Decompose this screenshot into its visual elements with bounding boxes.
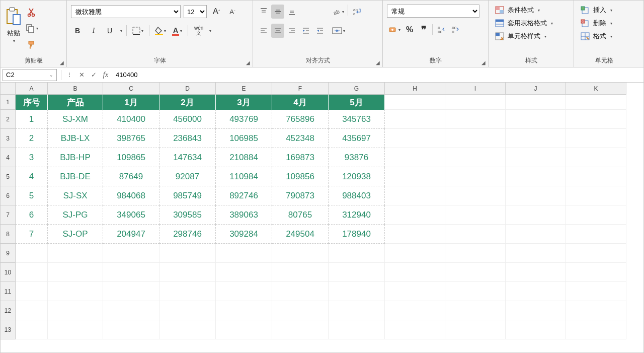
cell[interactable]: [445, 186, 506, 205]
cell[interactable]: [385, 110, 445, 129]
cell[interactable]: [48, 282, 103, 301]
cell[interactable]: [566, 301, 626, 320]
row-header[interactable]: 6: [1, 186, 16, 205]
table-cell[interactable]: 109865: [103, 148, 159, 167]
table-cell[interactable]: 93876: [329, 148, 385, 167]
column-header[interactable]: K: [566, 83, 626, 95]
row-header[interactable]: 9: [1, 244, 16, 263]
table-cell[interactable]: BJB-LX: [48, 129, 103, 148]
table-header-cell[interactable]: 2月: [159, 95, 216, 110]
table-cell[interactable]: 110984: [216, 167, 272, 186]
align-bottom-button[interactable]: [285, 5, 298, 19]
cell[interactable]: [445, 95, 506, 110]
cell[interactable]: [103, 282, 159, 301]
cell[interactable]: [103, 301, 159, 320]
align-launcher[interactable]: ◢: [374, 59, 381, 66]
delete-button[interactable]: 删除▾: [578, 18, 614, 29]
row-header[interactable]: 2: [1, 110, 16, 129]
formula-input[interactable]: [112, 69, 643, 81]
row-header[interactable]: 4: [1, 148, 16, 167]
cell[interactable]: [159, 301, 216, 320]
fb-more-button[interactable]: ⁝: [63, 69, 75, 81]
table-header-cell[interactable]: 3月: [216, 95, 272, 110]
cell[interactable]: [216, 244, 272, 263]
table-cell[interactable]: 985749: [159, 186, 216, 205]
cell[interactable]: [506, 95, 566, 110]
paste-button[interactable]: 粘贴 ▾: [5, 3, 23, 43]
cell[interactable]: [566, 244, 626, 263]
table-cell[interactable]: SJ-PG: [48, 205, 103, 225]
table-header-cell[interactable]: 1月: [103, 95, 159, 110]
table-cell[interactable]: SJ-XM: [48, 110, 103, 129]
table-cell[interactable]: 236843: [159, 129, 216, 148]
table-format-button[interactable]: 套用表格格式▾: [493, 18, 555, 29]
table-cell[interactable]: 309284: [216, 225, 272, 244]
cell[interactable]: [445, 263, 506, 282]
cell[interactable]: [48, 320, 103, 339]
table-cell[interactable]: 398765: [103, 129, 159, 148]
cell[interactable]: [566, 129, 626, 148]
table-cell[interactable]: 410400: [103, 110, 159, 129]
cell[interactable]: [566, 148, 626, 167]
cell[interactable]: [566, 186, 626, 205]
table-cell[interactable]: SJ-SX: [48, 186, 103, 205]
border-button[interactable]: ▾: [131, 24, 145, 38]
cell[interactable]: [445, 148, 506, 167]
cell[interactable]: [566, 263, 626, 282]
cell[interactable]: [566, 205, 626, 225]
table-cell[interactable]: 345763: [329, 110, 385, 129]
table-cell[interactable]: 988403: [329, 186, 385, 205]
table-cell[interactable]: 349065: [103, 205, 159, 225]
currency-button[interactable]: ▾: [387, 23, 402, 37]
cell[interactable]: [385, 186, 445, 205]
cell[interactable]: [506, 301, 566, 320]
cut-button[interactable]: [25, 6, 39, 19]
table-cell[interactable]: 312940: [329, 205, 385, 225]
copy-button[interactable]: ▾: [25, 22, 39, 35]
table-header-cell[interactable]: 序号: [16, 95, 48, 110]
table-cell[interactable]: 169873: [272, 148, 329, 167]
conditional-format-button[interactable]: 条件格式▾: [493, 5, 555, 16]
column-header[interactable]: C: [103, 83, 159, 95]
table-cell[interactable]: 456000: [159, 110, 216, 129]
cell[interactable]: [385, 95, 445, 110]
table-cell[interactable]: 5: [16, 186, 48, 205]
font-name-select[interactable]: 微软雅黑: [71, 5, 181, 18]
cell[interactable]: [385, 167, 445, 186]
table-cell[interactable]: 765896: [272, 110, 329, 129]
cell[interactable]: [272, 244, 329, 263]
cell[interactable]: [329, 244, 385, 263]
table-header-cell[interactable]: 4月: [272, 95, 329, 110]
cell[interactable]: [506, 148, 566, 167]
number-format-select[interactable]: 常规: [387, 5, 479, 18]
cell[interactable]: [506, 186, 566, 205]
column-header[interactable]: J: [506, 83, 566, 95]
cell[interactable]: [159, 263, 216, 282]
select-all-corner[interactable]: [1, 83, 16, 95]
table-cell[interactable]: 984068: [103, 186, 159, 205]
cell[interactable]: [566, 320, 626, 339]
cell[interactable]: [506, 320, 566, 339]
number-launcher[interactable]: ◢: [480, 59, 487, 66]
percent-button[interactable]: %: [403, 23, 416, 37]
cell[interactable]: [445, 129, 506, 148]
cell[interactable]: [103, 320, 159, 339]
table-cell[interactable]: 109856: [272, 167, 329, 186]
cell[interactable]: [216, 301, 272, 320]
table-cell[interactable]: 2: [16, 129, 48, 148]
insert-button[interactable]: 插入▾: [578, 5, 614, 16]
table-cell[interactable]: 147634: [159, 148, 216, 167]
phonetic-button[interactable]: wén文: [192, 24, 205, 38]
table-cell[interactable]: 1: [16, 110, 48, 129]
cell[interactable]: [48, 301, 103, 320]
merge-button[interactable]: ▾: [331, 24, 347, 38]
cell[interactable]: [103, 244, 159, 263]
table-cell[interactable]: 178940: [329, 225, 385, 244]
table-cell[interactable]: 435697: [329, 129, 385, 148]
align-left-button[interactable]: [257, 24, 270, 38]
cell[interactable]: [445, 225, 506, 244]
cell[interactable]: [329, 282, 385, 301]
font-color-button[interactable]: A▾: [171, 24, 184, 38]
cell-style-button[interactable]: 单元格样式▾: [493, 31, 555, 42]
column-header[interactable]: I: [445, 83, 506, 95]
